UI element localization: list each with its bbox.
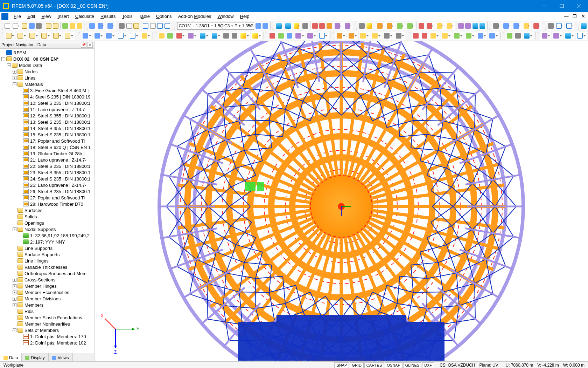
render-mode-button[interactable] — [292, 22, 302, 30]
axes-button[interactable] — [502, 22, 511, 30]
expand-icon[interactable] — [18, 145, 22, 149]
close-button[interactable] — [570, 0, 588, 12]
filter-clear-button[interactable] — [514, 32, 522, 40]
menu-options[interactable]: Options — [153, 13, 175, 20]
calc-button[interactable] — [479, 22, 485, 30]
tree-folder[interactable]: +Member Eccentricities — [0, 289, 94, 295]
tree-folder[interactable]: Solids — [0, 213, 94, 220]
mdi-restore-button[interactable]: ❐ — [571, 13, 579, 20]
toolbar-grip[interactable] — [86, 22, 88, 29]
ws-1-button[interactable] — [158, 32, 166, 40]
tree-material[interactable]: 14: Steel S 355 | DIN 18800:1 — [0, 125, 94, 131]
expand-icon[interactable] — [13, 253, 16, 257]
tree-material[interactable]: 10: Steel S 235 | DIN 18800:1 — [0, 100, 94, 106]
panel-pin-button[interactable]: 📌 — [81, 42, 86, 48]
toolbar-grip[interactable] — [538, 32, 539, 39]
scale-button[interactable] — [117, 32, 128, 40]
toolbar-grip[interactable] — [272, 22, 273, 29]
cs-axo-button[interactable] — [306, 32, 317, 40]
surface-button[interactable] — [396, 22, 405, 30]
toolbar-grip[interactable] — [409, 32, 411, 39]
tree-material[interactable]: 18: Steel S 620 Q | ČSN EN 1 — [0, 144, 94, 150]
hide-button[interactable] — [548, 22, 554, 30]
tree-material[interactable]: 25: Lano upravene | Z-14.7- — [0, 182, 94, 188]
tree-material[interactable]: 12: Steel S 355 | DIN 18800:1 — [0, 113, 94, 119]
toolbar-grip[interactable] — [2, 32, 3, 39]
display-button[interactable] — [275, 22, 284, 30]
ws-3-button[interactable] — [175, 32, 186, 40]
tree-model-data[interactable]: −Model Data — [0, 62, 94, 68]
expand-icon[interactable] — [18, 108, 22, 111]
expand-icon[interactable] — [18, 158, 22, 162]
tree-root[interactable]: RFEM — [0, 49, 94, 56]
tree-folder[interactable]: Member Elastic Foundations — [0, 314, 94, 321]
expand-icon[interactable] — [13, 221, 16, 225]
results-button[interactable] — [312, 22, 318, 30]
arc-button[interactable] — [40, 32, 51, 40]
move-button[interactable] — [81, 32, 92, 40]
tree-folder[interactable]: Member Nonlinearities — [0, 321, 94, 327]
tree-material[interactable]: 4: Steel S 235 | DIN 18800:19 — [0, 94, 94, 100]
save-button[interactable] — [29, 22, 35, 30]
expand-icon[interactable] — [18, 164, 22, 168]
ws-6-button[interactable] — [210, 32, 222, 40]
expand-icon[interactable]: + — [13, 303, 16, 307]
obj-opening-button[interactable] — [576, 32, 587, 40]
expand-icon[interactable] — [18, 101, 22, 105]
tool-2[interactable] — [366, 22, 372, 30]
layer-button[interactable] — [565, 22, 574, 30]
combo-prev-button[interactable] — [255, 22, 261, 30]
model-viewport[interactable]: Y Z X — [94, 41, 588, 361]
track-button[interactable] — [394, 32, 406, 40]
toolbar-grip[interactable] — [503, 32, 504, 39]
tree-folder[interactable]: Surface Supports — [0, 251, 94, 258]
ws-4-button[interactable] — [187, 32, 198, 40]
menu-insert[interactable]: Insert — [54, 13, 72, 20]
expand-icon[interactable] — [18, 240, 22, 244]
tree-material[interactable]: 26: Steel S 235 | DIN 18800:1 — [0, 188, 94, 195]
notes-button[interactable] — [429, 32, 440, 40]
menu-addon[interactable]: Add-on Modules — [175, 13, 215, 20]
expand-icon[interactable]: + — [13, 291, 16, 294]
tree-folder[interactable]: +Member Hinges — [0, 283, 94, 289]
model-check-button[interactable] — [69, 22, 76, 30]
expand-icon[interactable]: − — [1, 57, 5, 61]
results-dir-button[interactable] — [343, 22, 353, 30]
expand-icon[interactable] — [1, 51, 5, 55]
tree-set[interactable]: 1: Dolní pás: Members: 170 — [0, 333, 94, 340]
circle-button[interactable] — [52, 32, 63, 40]
status-osnap-button[interactable]: OSNAP — [385, 362, 402, 368]
block-manager-button[interactable] — [52, 22, 59, 30]
filter-button[interactable] — [506, 32, 513, 40]
expand-icon[interactable]: − — [7, 63, 11, 67]
solid-button[interactable] — [406, 22, 415, 30]
mirror-button[interactable] — [105, 32, 116, 40]
tool-1[interactable] — [359, 22, 365, 30]
zoom-all-button[interactable] — [580, 22, 587, 30]
expand-icon[interactable]: + — [13, 70, 16, 74]
tree-material[interactable]: 13: Steel S 235 | DIN 18800:1 — [0, 119, 94, 125]
status-snap-button[interactable]: SNAP — [334, 362, 349, 368]
panel-close-button[interactable]: ✕ — [87, 42, 93, 48]
expand-icon[interactable] — [13, 215, 16, 219]
new-dropdown-button[interactable] — [11, 22, 21, 30]
group-button[interactable] — [523, 32, 534, 40]
measure-button[interactable] — [412, 32, 420, 40]
dims-button[interactable] — [512, 22, 522, 30]
hinge-button[interactable] — [435, 22, 445, 30]
toolbar-grip[interactable] — [266, 32, 267, 39]
toolbar-grip[interactable] — [545, 22, 546, 29]
tree-folder[interactable]: Orthotropic Surfaces and Mem — [0, 270, 94, 277]
tree-support[interactable]: 1: 32,36,91,92,188,199,249,2 — [0, 232, 94, 239]
tree-material[interactable]: 21: Lano upravene | Z-14.7- — [0, 157, 94, 163]
expand-icon[interactable]: + — [13, 284, 16, 288]
toolbar-grip[interactable] — [578, 22, 579, 29]
ws-8-button[interactable] — [231, 32, 238, 40]
toolbar-grip[interactable] — [174, 22, 175, 29]
print-button[interactable] — [36, 22, 42, 30]
support-type-button[interactable] — [425, 22, 435, 30]
member-button[interactable] — [385, 22, 395, 30]
tree-material[interactable]: 23: Steel S 355 | DIN 18800:1 — [0, 169, 94, 176]
expand-icon[interactable] — [18, 152, 22, 156]
tree-folder[interactable]: +Nodes — [0, 68, 94, 75]
